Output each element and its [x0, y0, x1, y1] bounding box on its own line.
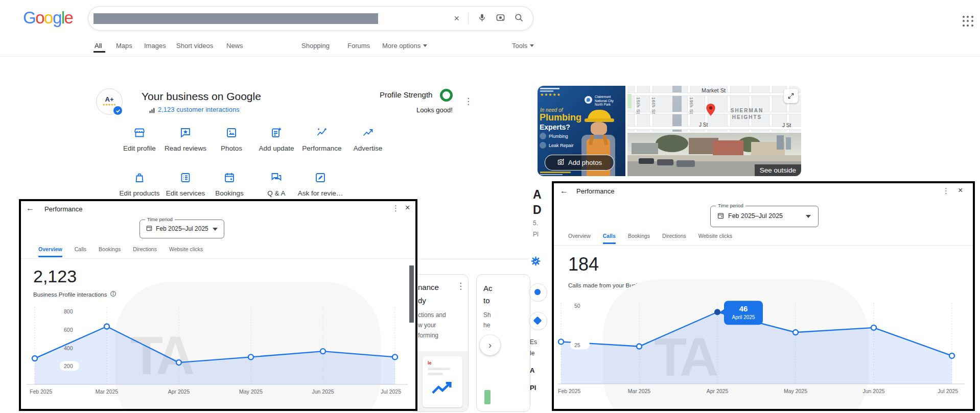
- ad-subheadline: Experts?: [540, 123, 570, 131]
- ad-headline: Plumbing: [540, 112, 581, 123]
- tab-images[interactable]: Images: [144, 42, 166, 50]
- ad-service-icon: [540, 133, 546, 139]
- illustration-fragment: [484, 390, 491, 404]
- tab-all-underline: [94, 51, 105, 53]
- card-title-fragment: to: [483, 296, 490, 305]
- post-add-icon: [270, 132, 283, 140]
- tab-news[interactable]: News: [226, 42, 243, 50]
- mic-icon[interactable]: [477, 13, 487, 25]
- dialog-title: Performance: [576, 187, 614, 195]
- guaranteed-badge-icon: [531, 256, 541, 268]
- dialog-scrollbar[interactable]: [409, 265, 414, 323]
- tab-website-clicks[interactable]: Website clicks: [698, 233, 732, 244]
- dialog-title: Performance: [44, 205, 82, 213]
- car: [657, 159, 673, 165]
- time-period-select[interactable]: Time period Feb 2025–Jul 2025: [139, 220, 224, 238]
- tab-maps[interactable]: Maps: [116, 42, 132, 50]
- tab-calls[interactable]: Calls: [75, 246, 86, 257]
- street-view-thumbnail[interactable]: See outside: [627, 133, 801, 176]
- action-bookings[interactable]: Bookings: [205, 172, 254, 197]
- back-icon[interactable]: ←: [560, 186, 568, 196]
- google-logo[interactable]: Google: [23, 8, 73, 28]
- tab-website-clicks[interactable]: Website clicks: [169, 246, 203, 257]
- svg-text:46: 46: [739, 304, 748, 313]
- time-period-select[interactable]: Time period Feb 2025–Jul 2025: [710, 206, 819, 227]
- apps-grid-icon[interactable]: [963, 16, 974, 27]
- page-title: Your business on Google: [142, 90, 261, 103]
- action-ask-for-reviews[interactable]: Ask for revie…: [296, 172, 345, 197]
- map-label-16th-st: 16th St: [651, 97, 657, 114]
- customer-interactions-link[interactable]: 2,123 customer interactions: [158, 106, 240, 113]
- ad-text-line: [540, 172, 571, 173]
- action-read-reviews[interactable]: Read reviews: [161, 127, 210, 152]
- action-photos[interactable]: Photos: [207, 127, 256, 152]
- mini-card-fragment: le: [428, 360, 432, 366]
- see-outside-button[interactable]: See outside: [755, 164, 801, 176]
- action-edit-services[interactable]: Edit services: [161, 172, 210, 197]
- tab-all[interactable]: All: [95, 42, 102, 50]
- text-fragment: Pl: [530, 384, 536, 392]
- svg-text:Jun 2025: Jun 2025: [862, 388, 884, 394]
- ad-brand-line: National City: [595, 99, 614, 103]
- promo-card-performance[interactable]: nance ⋮ dy ctions and w your forming le: [409, 274, 469, 412]
- ad-text-line: [540, 174, 563, 175]
- tab-forums[interactable]: Forums: [347, 42, 370, 50]
- clear-icon[interactable]: ×: [454, 13, 459, 24]
- map-label-j-st-right: J St: [782, 123, 791, 128]
- map-pin-icon: [705, 103, 716, 118]
- website-button-fragment[interactable]: [529, 283, 547, 302]
- back-icon[interactable]: ←: [26, 204, 34, 213]
- more-menu-icon[interactable]: ⋮: [456, 283, 465, 290]
- close-icon[interactable]: ×: [958, 186, 963, 195]
- card-body-fragment: forming: [418, 332, 438, 339]
- action-edit-products[interactable]: Edit products: [115, 172, 164, 197]
- house: [713, 140, 743, 156]
- directions-button-fragment[interactable]: [529, 312, 547, 330]
- tab-short-videos[interactable]: Short videos: [176, 42, 213, 50]
- info-icon[interactable]: [110, 290, 116, 298]
- tab-shopping[interactable]: Shopping: [301, 42, 330, 50]
- search-input[interactable]: ×: [88, 6, 533, 31]
- business-photo-ad[interactable]: ★★★★★ Clairemont National City North Par…: [538, 86, 625, 176]
- more-menu-icon[interactable]: ⋮: [392, 205, 400, 212]
- profile-strength-label: Profile Strength: [380, 90, 432, 99]
- svg-text:Mar 2025: Mar 2025: [628, 388, 651, 394]
- svg-text:600: 600: [64, 327, 73, 333]
- action-edit-profile[interactable]: Edit profile: [115, 127, 164, 152]
- tab-overview[interactable]: Overview: [568, 233, 591, 244]
- tab-directions[interactable]: Directions: [662, 233, 686, 244]
- more-menu-icon[interactable]: ⋮: [464, 98, 473, 105]
- action-advertise[interactable]: Advertise: [343, 127, 392, 152]
- search-icon[interactable]: [514, 13, 524, 25]
- tab-directions[interactable]: Directions: [133, 246, 157, 257]
- tab-bookings[interactable]: Bookings: [628, 233, 650, 244]
- add-photos-button[interactable]: Add photos: [545, 155, 614, 171]
- interactions-line-chart[interactable]: 200400600800Feb 2025Mar 2025Apr 2025May …: [26, 304, 409, 401]
- tab-overview[interactable]: Overview: [38, 246, 62, 257]
- ad-service-label: Leak Repair: [549, 143, 574, 148]
- svg-text:Mar 2025: Mar 2025: [96, 388, 119, 395]
- calls-line-chart[interactable]: 2550Feb 2025Mar 2025Apr 2025May 2025Jun …: [557, 300, 966, 397]
- list-icon: [179, 177, 192, 185]
- ad-brand-logo: [585, 96, 592, 104]
- action-qa[interactable]: Q & A: [252, 172, 301, 197]
- tab-calls[interactable]: Calls: [603, 233, 616, 244]
- svg-text:Jul 2025: Jul 2025: [381, 388, 401, 395]
- calendar-icon: [223, 177, 236, 185]
- action-performance[interactable]: Performance: [297, 127, 346, 152]
- expand-map-icon[interactable]: [784, 89, 798, 103]
- dropdown-caret-icon: [806, 215, 811, 218]
- lens-icon[interactable]: [496, 13, 505, 25]
- close-icon[interactable]: ×: [405, 203, 410, 212]
- tab-bookings[interactable]: Bookings: [99, 246, 121, 257]
- card-body-fragment: w your: [418, 322, 436, 329]
- dropdown-caret-icon: [213, 228, 218, 231]
- action-add-update[interactable]: Add update: [252, 127, 301, 152]
- map-thumbnail[interactable]: Market St 15th St 16th St 19th St J St J…: [627, 86, 801, 132]
- promo-card-next[interactable]: Ac to Sh he ›: [476, 274, 530, 412]
- more-menu-icon[interactable]: ⋮: [942, 187, 950, 195]
- next-arrow-button[interactable]: ›: [480, 335, 500, 355]
- tab-tools[interactable]: Tools: [512, 42, 534, 50]
- card-illustration: le: [409, 351, 468, 411]
- tab-more-options[interactable]: More options: [382, 42, 427, 50]
